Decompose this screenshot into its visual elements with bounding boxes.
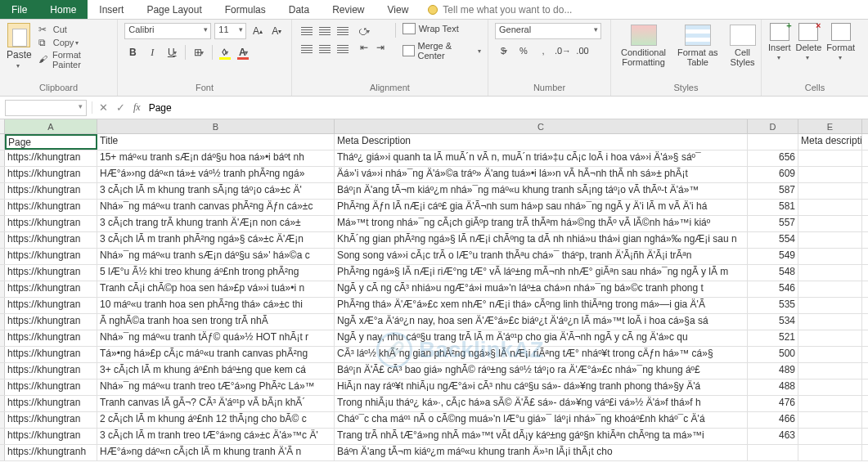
cell[interactable]: PhÃ²ng Äƒn lÃ nÆ¡i cáº£ gia Ä'Ã¬nh sum h… bbox=[335, 200, 748, 215]
decrease-indent-button[interactable]: ⇤ bbox=[356, 39, 372, 56]
merge-center-button[interactable]: Merge & Center▾ bbox=[403, 41, 481, 61]
cell[interactable]: Báº¡n Ä'ang tÃ¬m kiáº¿m nhá»¯ng máº«u kh… bbox=[335, 183, 748, 199]
cell[interactable] bbox=[798, 445, 862, 460]
cell[interactable]: Nhá»¯ng máº«u tranh sÆ¡n dáº§u sá»' há»©… bbox=[97, 249, 335, 264]
cell[interactable]: https://khungtran bbox=[5, 363, 97, 379]
cell[interactable]: PhÃ²ng thá» Ä'Æ°á»£c xem nhÆ° nÆ¡i thá» … bbox=[335, 298, 748, 313]
cell[interactable]: 466 bbox=[748, 412, 798, 428]
cell[interactable]: 548 bbox=[748, 265, 798, 281]
format-cells-button[interactable]: Format▾ bbox=[826, 23, 855, 61]
cell[interactable]: 521 bbox=[748, 330, 798, 346]
font-size-combo[interactable]: 11 bbox=[214, 23, 246, 39]
cell[interactable]: Tháº¿ giá»›i quanh ta lÃ muÃ´n vÃ n, muÃ… bbox=[335, 150, 748, 166]
tell-me-search[interactable]: Tell me what you want to do... bbox=[420, 0, 580, 19]
cell[interactable]: 549 bbox=[748, 249, 798, 264]
cell[interactable]: Äá»'i vá»›i nhá»¯ng Ä'á»©a tráº» Ä'ang t… bbox=[335, 167, 748, 182]
format-painter-button[interactable]: Format Painter bbox=[37, 49, 111, 70]
cell[interactable]: CÃ³ láº½ khÃ´ng gian phÃ²ng ngá»§ lÃ nÆ¡… bbox=[335, 347, 748, 362]
cell[interactable]: 5 lÆ°u Ã½ khi treo khung áº£nh trong phÃ… bbox=[97, 265, 335, 281]
align-left-button[interactable] bbox=[299, 41, 315, 57]
tab-home[interactable]: Home bbox=[38, 0, 88, 19]
conditional-formatting-button[interactable]: Conditional Formatting bbox=[618, 23, 669, 69]
cell[interactable]: https://khungtran bbox=[5, 298, 97, 313]
align-bottom-button[interactable] bbox=[335, 23, 351, 39]
align-top-button[interactable] bbox=[299, 23, 315, 39]
cell[interactable]: PhÃ²ng ngá»§ lÃ nÆ¡i riÆ°ng tÆ° vÃ láº±n… bbox=[335, 265, 748, 281]
cell[interactable]: Tranh cÃ¡i chÃ©p hoa sen há»£p vá»›i tuá… bbox=[97, 281, 335, 297]
tab-view[interactable]: View bbox=[376, 0, 421, 19]
cell[interactable]: KhÃ´ng gian phÃ²ng ngá»§ lÃ nÆ¡i chÃºng … bbox=[335, 232, 748, 248]
align-center-button[interactable] bbox=[317, 41, 333, 57]
cell-D1[interactable] bbox=[748, 134, 798, 150]
cell[interactable] bbox=[798, 167, 862, 182]
fill-color-button[interactable]: ◊▾ bbox=[218, 45, 232, 60]
cell-C1[interactable]: Meta Description bbox=[335, 134, 748, 150]
cell[interactable] bbox=[798, 200, 862, 215]
cell[interactable]: https://khungtran bbox=[5, 396, 97, 411]
tab-insert[interactable]: Insert bbox=[88, 0, 135, 19]
cell[interactable] bbox=[798, 396, 862, 411]
cell[interactable]: 500 bbox=[748, 347, 798, 362]
cell[interactable]: Báº¡n Ä'Ã£ cÃ³ bao giá» nghÃ© ráº±ng sáº… bbox=[335, 363, 748, 379]
format-as-table-button[interactable]: Format as Table bbox=[674, 23, 722, 69]
underline-button[interactable]: U▾ bbox=[164, 44, 180, 61]
cell[interactable]: https://khungtran bbox=[5, 183, 97, 199]
cell[interactable]: 15+ máº«u tranh sÆ¡n dáº§u hoa ná»•i báº… bbox=[97, 150, 335, 166]
cell[interactable]: Nhá»¯ng máº«u tranh canvas phÃ²ng Äƒn cá… bbox=[97, 200, 335, 215]
cell[interactable]: Tranh canvas lÃ gÃ¬? CÃ³ Ä'áº¹p vÃ bÃ¡n … bbox=[97, 396, 335, 411]
col-header-D[interactable]: D bbox=[748, 119, 798, 133]
decrease-decimal-button[interactable]: .00 bbox=[573, 43, 591, 59]
cell[interactable] bbox=[798, 330, 862, 346]
bold-button[interactable]: B bbox=[124, 44, 141, 61]
delete-cells-button[interactable]: Delete▾ bbox=[796, 23, 822, 61]
insert-cells-button[interactable]: Insert▾ bbox=[768, 23, 791, 61]
cell[interactable]: HÆ°á»ng dáº«n cÃ¡ch lÃ m khung tranh Ä'Ã… bbox=[97, 445, 335, 460]
fx-icon[interactable]: fx bbox=[133, 101, 141, 114]
cell[interactable] bbox=[798, 183, 862, 199]
increase-decimal-button[interactable]: .0→ bbox=[554, 43, 572, 59]
cell[interactable]: https://khungtran bbox=[5, 249, 97, 264]
cell[interactable]: 534 bbox=[748, 314, 798, 330]
border-button[interactable]: ⊞▾ bbox=[191, 44, 207, 61]
cell[interactable] bbox=[748, 445, 798, 460]
cell[interactable]: Má»™t trong nhá»¯ng cÃ¡ch giÃºp trang tr… bbox=[335, 216, 748, 231]
accounting-format-button[interactable]: $▾ bbox=[495, 43, 513, 59]
cell[interactable]: Song song vá»›i cÃ¡c trÃ o lÆ°u tranh th… bbox=[335, 249, 748, 264]
wrap-text-button[interactable]: Wrap Text bbox=[403, 23, 481, 34]
cell[interactable]: https://khungtran bbox=[5, 330, 97, 346]
cell[interactable]: https://khungtran bbox=[5, 265, 97, 281]
cell[interactable] bbox=[798, 429, 862, 444]
cell[interactable]: 535 bbox=[748, 298, 798, 313]
number-format-combo[interactable]: General bbox=[495, 23, 601, 39]
cell[interactable]: https://khungtran bbox=[5, 200, 97, 215]
cell[interactable]: Tá»•ng há»£p cÃ¡c máº«u tranh canvas phÃ… bbox=[97, 347, 335, 362]
cell[interactable]: 463 bbox=[748, 429, 798, 444]
cell[interactable]: 554 bbox=[748, 232, 798, 248]
cell[interactable]: 10 máº«u tranh hoa sen phÃ²ng thá» cá»±c… bbox=[97, 298, 335, 313]
cell[interactable] bbox=[798, 150, 862, 166]
cell[interactable]: https://khungtran bbox=[5, 281, 97, 297]
cell-A1[interactable]: Page bbox=[5, 134, 97, 150]
cell[interactable] bbox=[798, 216, 862, 231]
percent-button[interactable]: % bbox=[515, 43, 533, 59]
cell[interactable]: Báºn Ä'ang tÃ¬m kiáº¿m máº«u khung tranh… bbox=[335, 445, 748, 460]
increase-font-button[interactable]: A▴ bbox=[250, 23, 265, 39]
cell[interactable] bbox=[798, 281, 862, 297]
cell[interactable]: 581 bbox=[748, 200, 798, 215]
cell[interactable] bbox=[798, 249, 862, 264]
cell[interactable]: 3 cÃ¡ch trang trÃ­ khung tranh Ä'Æ¡n non… bbox=[97, 216, 335, 231]
cell[interactable]: https://khungtranh bbox=[5, 445, 97, 460]
font-name-combo[interactable]: Calibri bbox=[124, 23, 211, 39]
cell[interactable]: https://khungtran bbox=[5, 314, 97, 330]
cell-styles-button[interactable]: Cell Styles bbox=[726, 23, 759, 69]
cell[interactable]: https://khungtran bbox=[5, 412, 97, 428]
cell[interactable] bbox=[798, 363, 862, 379]
align-middle-button[interactable] bbox=[317, 23, 333, 39]
col-header-A[interactable]: A bbox=[5, 119, 97, 133]
cell[interactable]: 557 bbox=[748, 216, 798, 231]
cell[interactable]: Trang trÃ­ nhÃ tÆ°á»ng nhÃ má»™t vÃ­t dÃ… bbox=[335, 429, 748, 444]
cell[interactable]: 587 bbox=[748, 183, 798, 199]
name-box[interactable] bbox=[5, 100, 87, 116]
decrease-font-button[interactable]: A▾ bbox=[269, 23, 285, 39]
cell[interactable]: 3 cÃ¡ch lÃ m tranh treo tÆ°á»ng cá»±c Ä'… bbox=[97, 429, 335, 444]
